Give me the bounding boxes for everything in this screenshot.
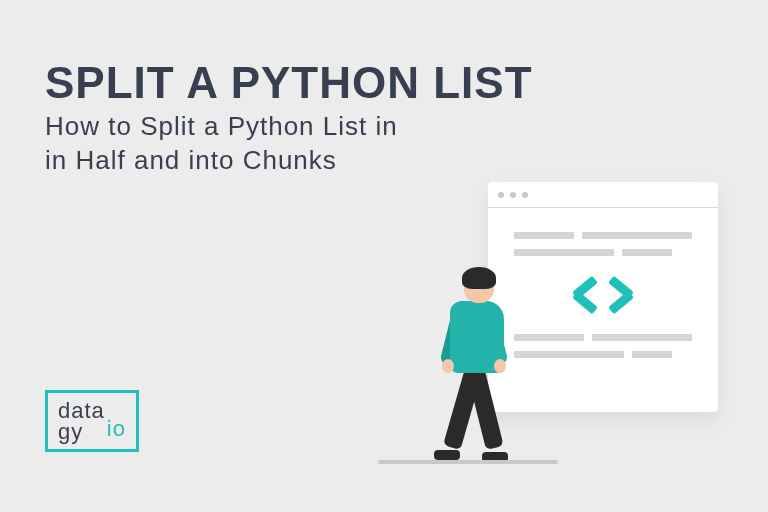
window-dot-icon bbox=[498, 192, 504, 198]
browser-content bbox=[488, 208, 718, 392]
ground-line bbox=[378, 460, 558, 464]
window-dot-icon bbox=[522, 192, 528, 198]
person-walking-graphic bbox=[426, 267, 516, 462]
page-title: SPLIT A PYTHON LIST bbox=[45, 58, 533, 108]
browser-title-bar bbox=[488, 182, 718, 208]
brand-logo: data gy io bbox=[45, 390, 139, 452]
browser-window-graphic bbox=[488, 182, 718, 412]
logo-text-main: data gy bbox=[58, 401, 105, 443]
hero-illustration bbox=[358, 182, 718, 462]
page-subtitle: How to Split a Python List in in Half an… bbox=[45, 110, 398, 178]
logo-text-suffix: io bbox=[107, 416, 126, 442]
code-brackets-icon bbox=[514, 274, 692, 316]
window-dot-icon bbox=[510, 192, 516, 198]
